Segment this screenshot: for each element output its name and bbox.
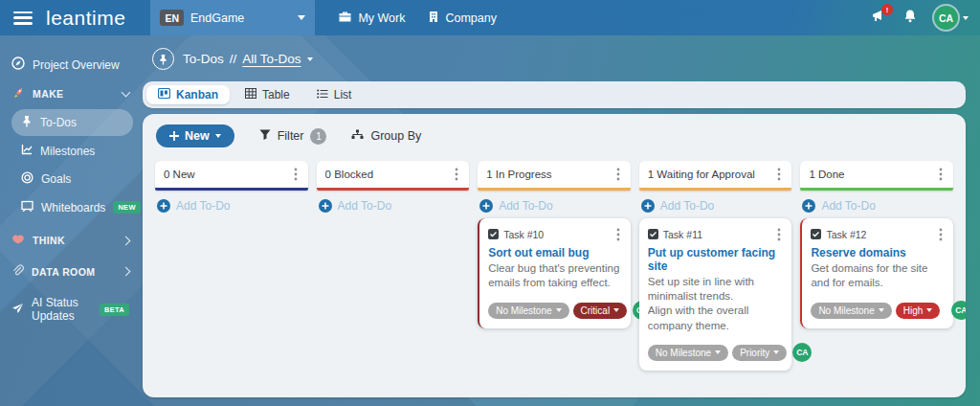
column-header: 1 Waiting for Approval (639, 161, 792, 191)
tab-table[interactable]: Table (234, 85, 301, 104)
card-menu-icon[interactable] (937, 227, 945, 242)
checkbox-icon[interactable] (488, 226, 499, 243)
sidebar-item-label: Whiteboards (41, 201, 105, 214)
project-selector[interactable]: EN EndGame (150, 0, 315, 35)
beta-badge: BETA (100, 304, 129, 316)
card-menu-icon[interactable] (614, 227, 622, 242)
alert-count-badge: ! (881, 4, 893, 15)
briefcase-icon (338, 11, 352, 26)
tab-label: List (334, 88, 352, 102)
sidebar-section-label: DATA ROOM (32, 266, 115, 278)
menu-toggle-icon[interactable] (13, 11, 33, 25)
sidebar-section-label: MAKE (33, 88, 115, 100)
sidebar: Project Overview MAKE To-Dos Milestones (0, 35, 141, 406)
sidebar-item-label: Project Overview (33, 58, 129, 72)
add-todo-button[interactable]: Add To-Do (319, 199, 468, 213)
sidebar-section-think[interactable]: THINK (0, 228, 141, 253)
task-card[interactable]: Task #12 Reserve domains Get domains for… (800, 218, 953, 328)
sidebar-item-milestones[interactable]: Milestones (11, 138, 133, 164)
priority-pill[interactable]: Priority (732, 345, 787, 361)
board-toolbar: New Filter 1 Group By (143, 114, 966, 153)
sidebar-item-todos[interactable]: To-Dos (11, 109, 133, 136)
task-ref: Task #11 (663, 229, 771, 240)
sidebar-item-whiteboards[interactable]: Whiteboards NEW (11, 194, 133, 220)
pin-icon (21, 115, 33, 130)
task-title[interactable]: Reserve domains (811, 246, 945, 259)
add-todo-label: Add To-Do (176, 199, 230, 213)
priority-pill[interactable]: High (896, 303, 941, 319)
breadcrumb: To-Dos // All To-Dos (143, 35, 966, 81)
bell-icon (903, 9, 917, 27)
column-title: 0 New (164, 169, 292, 180)
task-card[interactable]: Task #10 Sort out email bug Clear bug th… (478, 218, 631, 328)
chevron-down-icon (556, 308, 562, 312)
column-menu-icon[interactable] (775, 167, 783, 182)
sidebar-item-project-overview[interactable]: Project Overview (0, 51, 141, 79)
chevron-down-icon[interactable] (307, 57, 313, 61)
task-ref: Task #10 (503, 229, 610, 240)
task-description: Get domains for the site and for emails. (811, 261, 945, 290)
milestone-pill[interactable]: No Milestone (488, 303, 568, 319)
sidebar-section-make[interactable]: MAKE (0, 80, 141, 107)
tab-kanban[interactable]: Kanban (146, 85, 230, 104)
sidebar-item-goals[interactable]: Goals (11, 166, 133, 192)
chevron-down-icon (298, 15, 305, 20)
add-todo-button[interactable]: Add To-Do (802, 199, 951, 213)
sidebar-item-ai-status[interactable]: AI Status Updates BETA (0, 290, 141, 328)
breadcrumb-current[interactable]: All To-Dos (242, 52, 301, 66)
checkbox-icon[interactable] (811, 226, 821, 243)
checkbox-icon[interactable] (648, 226, 658, 243)
add-todo-button[interactable]: Add To-Do (479, 199, 629, 213)
sidebar-item-label: Milestones (40, 145, 123, 158)
paperclip-icon (11, 264, 24, 279)
priority-pill[interactable]: Critical (573, 303, 628, 319)
circle-plus-icon (157, 199, 170, 213)
sidebar-section-label: THINK (33, 235, 115, 246)
tab-label: Kanban (176, 88, 218, 102)
column-menu-icon[interactable] (937, 167, 945, 182)
sidebar-section-dataroom[interactable]: DATA ROOM (0, 259, 141, 284)
user-menu[interactable]: CA (934, 6, 969, 30)
notifications-button[interactable] (903, 9, 917, 27)
app-logo: leantime (46, 7, 125, 30)
add-todo-label: Add To-Do (499, 199, 552, 213)
add-todo-button[interactable]: Add To-Do (641, 199, 791, 213)
task-card[interactable]: Task #11 Put up customer facing site Set… (639, 218, 792, 371)
column-header: 0 New (155, 161, 308, 191)
kanban-column-waiting: 1 Waiting for Approval Add To-Do (639, 161, 792, 386)
column-menu-icon[interactable] (614, 167, 622, 182)
group-by-button[interactable]: Group By (351, 129, 421, 143)
task-title[interactable]: Sort out email bug (488, 246, 622, 259)
kanban-column-new: 0 New Add To-Do (155, 161, 308, 386)
breadcrumb-separator: // (230, 52, 237, 66)
card-menu-icon[interactable] (775, 227, 783, 242)
rocket-icon (11, 86, 25, 102)
new-button[interactable]: New (156, 124, 234, 147)
circle-plus-icon (802, 199, 815, 213)
chevron-down-icon (963, 16, 969, 20)
list-icon (317, 88, 328, 102)
nav-my-work[interactable]: My Work (338, 11, 405, 26)
assignee-avatar[interactable]: CA (951, 301, 966, 320)
column-menu-icon[interactable] (292, 167, 300, 182)
nav-company[interactable]: Company (428, 11, 497, 26)
column-header: 0 Blocked (317, 161, 470, 191)
add-todo-button[interactable]: Add To-Do (157, 199, 306, 213)
announcements-button[interactable]: ! (871, 9, 886, 27)
project-code-badge: EN (160, 10, 184, 26)
task-title[interactable]: Put up customer facing site (648, 246, 784, 273)
column-title: 0 Blocked (325, 169, 454, 180)
column-menu-icon[interactable] (453, 167, 460, 182)
milestone-pill[interactable]: No Milestone (811, 303, 891, 319)
tab-list[interactable]: List (305, 85, 364, 104)
filter-button[interactable]: Filter 1 (259, 128, 327, 145)
filter-count-badge: 1 (310, 128, 326, 145)
new-badge: NEW (113, 201, 140, 214)
task-description: Set up site in line with minimalist tren… (648, 275, 784, 332)
milestone-pill[interactable]: No Milestone (648, 345, 728, 361)
sidebar-item-label: AI Status Updates (32, 296, 92, 323)
kanban-icon (158, 88, 170, 102)
chevron-down-icon (773, 350, 779, 354)
kanban-column-in-progress: 1 In Progress Add To-Do (478, 161, 631, 386)
brain-icon (11, 234, 25, 247)
